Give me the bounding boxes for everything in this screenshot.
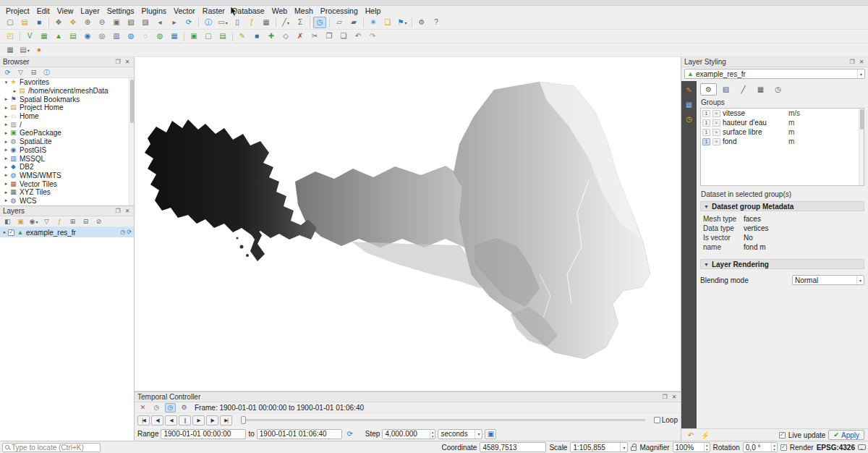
menu-processing[interactable]: Processing bbox=[317, 6, 362, 16]
refresh-range-icon[interactable]: ⟳ bbox=[344, 429, 356, 439]
styling-close-icon[interactable]: ✕ bbox=[858, 59, 865, 66]
add-xyz-layer-icon[interactable]: ▦ bbox=[168, 30, 181, 42]
new-project-icon[interactable]: ▢ bbox=[4, 17, 17, 28]
styling-layer-combo[interactable]: ▲ example_res_fr ▾ bbox=[684, 69, 865, 79]
export-animation-icon[interactable]: ▣ bbox=[485, 429, 496, 439]
layer-item[interactable]: ▸▲example_res_fr◷⟳ bbox=[0, 227, 134, 237]
zoom-to-layer-icon[interactable]: ▨ bbox=[139, 17, 152, 28]
new-geopackage-layer-icon[interactable]: ▣ bbox=[187, 30, 200, 42]
new-bookmark-icon[interactable]: ⚑▾ bbox=[396, 17, 409, 28]
collapse-all-layers-icon[interactable]: ⊟ bbox=[80, 217, 91, 226]
redo-icon[interactable]: ↷ bbox=[366, 30, 379, 42]
browser-item[interactable]: ▸⌂Home bbox=[0, 112, 134, 121]
manage-map-themes-icon[interactable]: ◉▾ bbox=[28, 217, 39, 226]
add-vector-layer-icon[interactable]: V bbox=[23, 30, 36, 42]
dataset-group-row[interactable]: 1≈hauteur d'eaum bbox=[701, 118, 864, 127]
browser-item[interactable]: ▸◍WMS/WMTS bbox=[0, 172, 134, 180]
statistical-summary-icon[interactable]: Σ bbox=[294, 17, 307, 28]
processing-toolbox-icon[interactable]: ⚙ bbox=[415, 17, 428, 28]
open-project-icon[interactable]: ▤ bbox=[18, 17, 31, 28]
time-slider-handle[interactable] bbox=[241, 416, 246, 424]
menu-project[interactable]: Project bbox=[2, 6, 33, 16]
add-wcs-layer-icon[interactable]: ◌ bbox=[139, 30, 152, 42]
vectors-tab-icon[interactable]: ╱ bbox=[735, 83, 752, 96]
add-mssql-layer-icon[interactable]: ▥ bbox=[110, 30, 123, 42]
expander-icon[interactable]: ▸ bbox=[3, 181, 9, 187]
browser-item[interactable]: ▸▤Project Home bbox=[0, 103, 134, 112]
layers-float-icon[interactable]: ❐ bbox=[114, 208, 122, 215]
menu-raster[interactable]: Raster bbox=[199, 6, 229, 16]
style-dropdown-icon[interactable]: ▤▾ bbox=[18, 44, 31, 56]
vector-toggle-icon[interactable]: ≈ bbox=[712, 119, 720, 127]
new-virtual-layer-icon[interactable]: ▤ bbox=[216, 30, 229, 42]
layers-close-icon[interactable]: ✕ bbox=[124, 208, 131, 215]
style-manager-icon[interactable]: ✳ bbox=[367, 17, 380, 28]
menu-plugins[interactable]: Plugins bbox=[138, 6, 170, 16]
pan-to-selection-icon[interactable]: ✥ bbox=[67, 17, 80, 28]
menu-mesh[interactable]: Mesh bbox=[291, 6, 317, 16]
collapse-all-icon[interactable]: ⊟ bbox=[28, 68, 39, 77]
browser-item[interactable]: ▸▥MSSQL bbox=[0, 154, 134, 163]
refresh-map-icon[interactable]: ⟳ bbox=[182, 17, 195, 28]
browser-item[interactable]: ▸▦Vector Tiles bbox=[0, 179, 134, 188]
zoom-last-icon[interactable]: ◂ bbox=[153, 17, 166, 28]
skip-to-start-button[interactable]: |◀ bbox=[137, 415, 150, 426]
expander-icon[interactable]: ▸ bbox=[3, 164, 9, 170]
save-layer-edits-icon[interactable]: ■ bbox=[250, 30, 263, 42]
vector-toggle-icon[interactable]: ≈ bbox=[712, 138, 720, 145]
deselect-features-icon[interactable]: ▯ bbox=[231, 17, 244, 28]
menu-layer[interactable]: Layer bbox=[77, 6, 103, 16]
expander-icon[interactable]: ▸ bbox=[3, 190, 9, 195]
save-project-icon[interactable]: ■ bbox=[33, 17, 46, 28]
rotation-spinbox[interactable]: 0,0 ° ▴▾ bbox=[743, 442, 778, 452]
zoom-in-icon[interactable]: ⊕ bbox=[81, 17, 94, 28]
menu-settings[interactable]: Settings bbox=[103, 6, 138, 16]
range-end-input[interactable]: 1900-01-01 01:06:40 bbox=[257, 429, 342, 439]
browser-float-icon[interactable]: ❐ bbox=[114, 59, 122, 66]
expander-icon[interactable]: ▸ bbox=[3, 172, 9, 178]
live-update-flash-icon[interactable]: ⚡ bbox=[699, 430, 711, 440]
zoom-next-icon[interactable]: ▸ bbox=[168, 17, 181, 28]
browser-item[interactable]: ▸▣GeoPackage bbox=[0, 129, 134, 137]
temporal-tab-icon[interactable]: ◷ bbox=[770, 83, 786, 96]
scalar-toggle-icon[interactable]: 1 bbox=[702, 119, 710, 127]
browser-item[interactable]: ▸▥/ bbox=[0, 120, 134, 129]
filter-by-expression-icon[interactable]: ƒ bbox=[54, 217, 65, 226]
skip-to-end-button[interactable]: ▶| bbox=[220, 415, 232, 426]
browser-item[interactable]: ▸⚑Spatial Bookmarks bbox=[0, 95, 134, 103]
expander-icon[interactable]: ▸ bbox=[12, 88, 18, 94]
pause-button[interactable]: || bbox=[179, 415, 191, 426]
magnifier-spin-arrows-icon[interactable]: ▴▾ bbox=[704, 443, 710, 452]
map-canvas[interactable] bbox=[135, 57, 681, 391]
browser-item[interactable]: ▸◉PostGIS bbox=[0, 146, 134, 155]
general-settings-tab-icon[interactable]: ⚙ bbox=[700, 83, 717, 96]
styling-float-icon[interactable]: ❐ bbox=[848, 59, 856, 66]
rotation-spin-arrows-icon[interactable]: ▴▾ bbox=[771, 443, 777, 452]
undo-icon[interactable]: ↶ bbox=[352, 30, 365, 42]
add-feature-icon[interactable]: ✚ bbox=[265, 30, 278, 42]
temporal-float-icon[interactable]: ❐ bbox=[661, 394, 668, 401]
dataset-group-row[interactable]: 1≈fondm bbox=[701, 137, 864, 146]
data-source-manager-icon[interactable]: ◰ bbox=[4, 30, 17, 42]
add-mesh-layer-icon[interactable]: ▲ bbox=[52, 30, 65, 42]
render-checkbox[interactable] bbox=[780, 444, 787, 451]
expander-icon[interactable]: ▸ bbox=[3, 122, 9, 127]
groups-scrollbar[interactable] bbox=[859, 109, 864, 185]
browser-scrollbar[interactable] bbox=[129, 78, 134, 206]
browser-item[interactable]: ▸▤/home/vincent/meshData bbox=[0, 87, 134, 96]
zoom-out-icon[interactable]: ⊖ bbox=[95, 17, 109, 28]
expander-icon[interactable]: ▾ bbox=[3, 80, 9, 85]
range-start-input[interactable]: 1900-01-01 00:00:00 bbox=[161, 429, 246, 439]
browser-close-icon[interactable]: ✕ bbox=[124, 59, 131, 66]
expander-icon[interactable]: ▸ bbox=[3, 105, 9, 111]
play-backward-button[interactable]: ◀ bbox=[165, 415, 177, 426]
enable-properties-icon[interactable]: ⓘ bbox=[41, 68, 52, 77]
add-postgis-layer-icon[interactable]: ◉ bbox=[81, 30, 94, 42]
step-spinbox[interactable]: 4,000.000 ▴▾ bbox=[382, 429, 435, 439]
browser-item[interactable]: ▸◍SpatiaLite bbox=[0, 137, 134, 146]
vector-toggle-icon[interactable]: ≈ bbox=[712, 110, 720, 117]
add-wfs-layer-icon[interactable]: ◍ bbox=[153, 30, 166, 42]
step-unit-combo[interactable]: seconds ▾ bbox=[438, 429, 482, 439]
expander-icon[interactable]: ▸ bbox=[3, 147, 9, 153]
expander-icon[interactable]: ▸ bbox=[1, 229, 8, 235]
